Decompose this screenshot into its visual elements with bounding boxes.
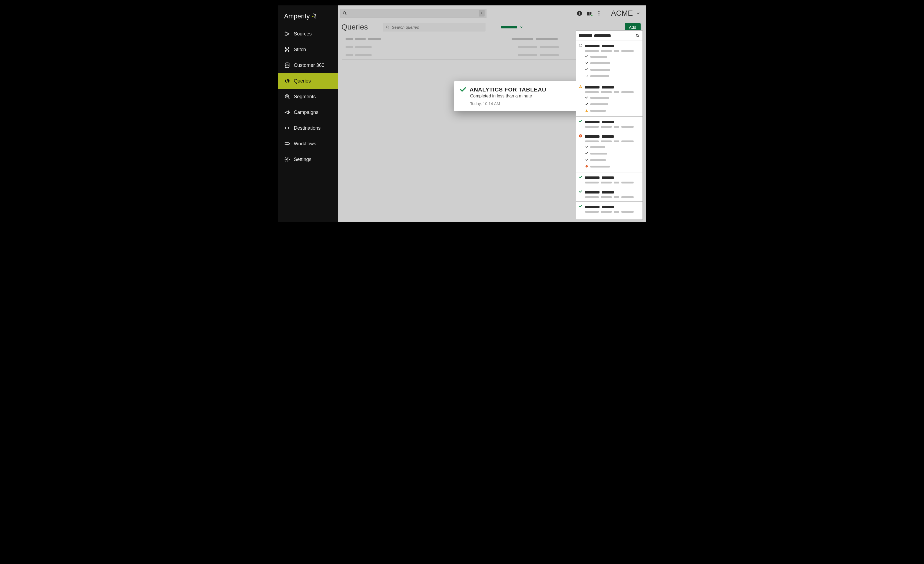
filter-label-placeholder xyxy=(501,26,517,29)
svg-point-10 xyxy=(285,63,289,65)
check-icon xyxy=(459,86,466,93)
notification-detail-callout: ANALYTICS FOR TABLEAU Completed in less … xyxy=(454,81,584,111)
destinations-icon xyxy=(284,125,290,131)
sub-status-icon xyxy=(585,102,588,107)
notification-card[interactable] xyxy=(576,41,642,82)
svg-point-13 xyxy=(285,128,286,129)
svg-rect-38 xyxy=(580,135,580,136)
brand-name: Amperity xyxy=(284,12,310,20)
notification-sub-item xyxy=(585,158,640,162)
svg-point-33 xyxy=(579,44,582,47)
svg-point-15 xyxy=(343,12,346,14)
sidebar-item-stitch[interactable]: Stitch xyxy=(278,42,338,57)
sub-status-icon xyxy=(585,151,588,156)
svg-rect-41 xyxy=(586,165,587,167)
overflow-menu[interactable] xyxy=(596,10,602,16)
svg-point-9 xyxy=(286,49,288,50)
status-icon xyxy=(579,134,582,139)
notification-card[interactable] xyxy=(576,187,642,202)
svg-point-24 xyxy=(386,26,388,28)
sub-status-icon xyxy=(585,108,588,113)
status-icon xyxy=(579,219,582,220)
sidebar-item-segments[interactable]: Segments xyxy=(278,89,338,104)
status-icon xyxy=(579,205,582,209)
sub-status-icon xyxy=(585,164,588,169)
sidebar-item-label: Campaigns xyxy=(294,110,318,115)
queries-search[interactable]: Search queries xyxy=(382,23,485,32)
svg-point-23 xyxy=(598,15,600,16)
svg-point-11 xyxy=(285,95,288,98)
notification-sub-item xyxy=(585,164,640,169)
sidebar-item-workflows[interactable]: Workflows xyxy=(278,136,338,152)
stitch-icon xyxy=(284,47,290,53)
sidebar-item-label: Workflows xyxy=(294,141,316,147)
notification-sub-item xyxy=(585,67,640,72)
topbar: / ? ACME xyxy=(338,5,646,21)
database-icon xyxy=(284,62,290,68)
notifications-title-placeholder xyxy=(579,35,610,37)
search-icon xyxy=(386,25,390,29)
sidebar-item-campaigns[interactable]: Campaigns xyxy=(278,104,338,120)
sidebar-item-queries[interactable]: Queries xyxy=(278,73,338,89)
sub-status-icon xyxy=(585,67,588,72)
svg-text:?: ? xyxy=(578,11,580,15)
sub-status-icon xyxy=(585,95,588,100)
notification-card[interactable] xyxy=(576,172,642,187)
svg-point-4 xyxy=(288,33,289,35)
add-button-label: Add xyxy=(629,25,636,30)
notification-sub-item xyxy=(585,151,640,156)
svg-rect-36 xyxy=(580,87,580,88)
chevron-down-icon xyxy=(636,11,640,16)
notification-sub-item xyxy=(585,74,640,78)
notification-sub-item xyxy=(585,108,640,113)
queries-filter-dropdown[interactable] xyxy=(501,25,523,29)
svg-point-7 xyxy=(285,51,286,52)
code-icon xyxy=(284,78,290,84)
sub-status-icon xyxy=(585,158,588,162)
segments-icon xyxy=(284,94,290,99)
sidebar-item-customer360[interactable]: Customer 360 xyxy=(278,57,338,73)
status-icon xyxy=(579,44,582,48)
sub-status-icon xyxy=(585,144,588,149)
help-button[interactable]: ? xyxy=(576,10,582,16)
notification-card[interactable] xyxy=(576,131,642,172)
queries-search-placeholder: Search queries xyxy=(392,25,419,30)
notification-dot xyxy=(590,14,593,17)
notification-card[interactable] xyxy=(576,82,642,117)
chevron-down-icon xyxy=(519,25,523,29)
sidebar-item-label: Customer 360 xyxy=(294,63,324,68)
svg-point-3 xyxy=(285,35,286,36)
brand-glyph-icon xyxy=(311,13,318,20)
search-icon[interactable] xyxy=(636,33,640,38)
sidebar-item-label: Queries xyxy=(294,78,311,84)
svg-rect-42 xyxy=(586,167,587,167)
sidebar-item-settings[interactable]: Settings xyxy=(278,152,338,167)
sidebar-item-sources[interactable]: Sources xyxy=(278,26,338,42)
gear-icon xyxy=(284,156,290,162)
help-icon: ? xyxy=(576,10,582,16)
tenant-switcher[interactable]: ACME xyxy=(611,9,640,18)
notification-sub-list xyxy=(585,144,640,169)
callout-subtitle: Completed in less than a minute xyxy=(470,94,578,99)
main: / ? ACME Queries xyxy=(338,5,646,222)
search-icon xyxy=(342,11,347,16)
svg-rect-35 xyxy=(580,86,580,87)
callout-timestamp: Today, 10:14 AM xyxy=(470,101,578,106)
svg-point-22 xyxy=(598,13,600,14)
brand-logo: Amperity xyxy=(278,10,338,26)
notification-card[interactable] xyxy=(576,216,642,220)
tenant-name: ACME xyxy=(611,9,633,18)
app-shell: Amperity Sources xyxy=(278,5,646,222)
sidebar-item-label: Segments xyxy=(294,94,316,99)
add-query-button[interactable]: Add xyxy=(625,23,640,31)
sources-icon xyxy=(284,31,290,37)
notification-card[interactable] xyxy=(576,202,642,216)
notification-card[interactable] xyxy=(576,117,642,131)
svg-rect-20 xyxy=(589,12,590,16)
sidebar-item-destinations[interactable]: Destinations xyxy=(278,120,338,136)
svg-point-32 xyxy=(636,34,638,36)
whats-new-button[interactable] xyxy=(586,10,592,16)
notification-sub-item xyxy=(585,61,640,66)
page-title: Queries xyxy=(342,23,368,32)
global-search[interactable]: / xyxy=(340,9,486,18)
